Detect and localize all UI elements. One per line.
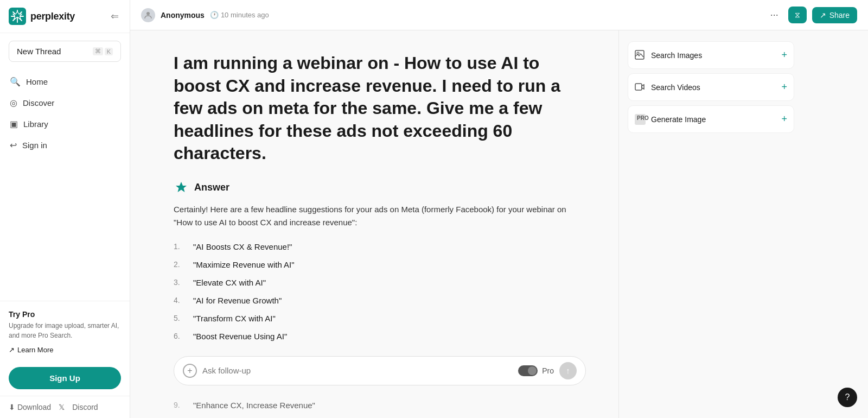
focus-icon: ⧖ (795, 10, 800, 20)
list-text: "Maximize Revenue with AI" (193, 260, 295, 269)
question-text: I am running a webinar on - How to use A… (174, 52, 586, 165)
list-num: 4. (174, 296, 187, 305)
download-link[interactable]: ⬇ Download (9, 403, 51, 411)
pro-toggle-switch[interactable] (518, 365, 538, 376)
logo-text: perplexity (30, 11, 75, 22)
user-name: Anonymous (161, 11, 205, 20)
pro-toggle: Pro (518, 365, 554, 376)
twitter-link[interactable]: 𝕏 (59, 403, 65, 411)
learn-more-arrow-icon: ↗ (9, 346, 15, 354)
share-button[interactable]: ↗ Share (812, 7, 857, 23)
list-text: "Elevate CX with AI" (193, 278, 266, 287)
search-images-panel-item[interactable]: Search Images + (628, 41, 794, 69)
search-videos-left: Search Videos (635, 82, 700, 93)
search-images-left: Search Images (635, 50, 702, 61)
list-item: 6. "Boost Revenue Using AI" (174, 327, 586, 345)
discover-label: Discover (23, 98, 54, 107)
share-arrow-icon: ↗ (820, 11, 826, 20)
more-answer-list: 9. "Enhance CX, Increase Revenue" 10. "U… (174, 396, 586, 418)
send-button[interactable]: ↑ (559, 362, 577, 379)
perplexity-logo-icon (9, 8, 26, 25)
try-pro-section: Try Pro Upgrade for image upload, smarte… (0, 301, 130, 363)
more-options-button[interactable]: ··· (766, 7, 783, 23)
list-text: "Enhance CX, Increase Revenue" (193, 401, 315, 410)
learn-more-label: Learn More (17, 346, 53, 354)
signin-label: Sign in (22, 141, 47, 150)
sidebar-header: perplexity ⇐ (0, 0, 130, 33)
followup-add-button[interactable]: + (183, 364, 197, 378)
share-label: Share (829, 11, 850, 20)
discord-link[interactable]: Discord (72, 403, 98, 411)
list-num: 6. (174, 332, 187, 340)
sidebar-nav: 🔍 Home ◎ Discover ▣ Library ↩ Sign in (0, 69, 130, 157)
answer-header: Answer (174, 180, 586, 195)
list-text: "Boost Revenue Using AI" (193, 332, 287, 341)
list-item: 2. "Maximize Revenue with AI" (174, 256, 586, 274)
user-avatar (141, 8, 155, 22)
signin-icon: ↩ (10, 140, 17, 150)
pro-toggle-label: Pro (542, 366, 554, 375)
sidebar-item-library[interactable]: ▣ Library (4, 114, 125, 134)
search-images-label: Search Images (651, 51, 702, 60)
list-item: 9. "Enhance CX, Increase Revenue" (174, 396, 586, 414)
sidebar-item-home[interactable]: 🔍 Home (4, 72, 125, 92)
home-label: Home (26, 77, 48, 86)
answer-label: Answer (194, 182, 229, 193)
search-images-plus-icon: + (781, 49, 787, 61)
followup-input[interactable] (202, 366, 513, 375)
svg-point-9 (637, 52, 639, 54)
list-item: 5. "Transform CX with AI" (174, 309, 586, 327)
generate-image-label: Generate Image (651, 115, 706, 124)
generate-image-plus-icon: + (781, 113, 787, 125)
time-ago: 🕐 10 minutes ago (210, 11, 269, 19)
answer-star-icon (174, 180, 189, 195)
svg-marker-7 (176, 182, 187, 192)
answer-section: Answer Certainly! Here are a few headlin… (174, 180, 586, 418)
sidebar-item-discover[interactable]: ◎ Discover (4, 93, 125, 113)
home-icon: 🔍 (10, 77, 21, 87)
answer-intro-text: Certainly! Here are a few headline sugge… (174, 203, 586, 229)
generate-image-panel-item[interactable]: PRO Generate Image + (628, 105, 794, 133)
main-area: Anonymous 🕐 10 minutes ago ··· ⧖ ↗ Share… (130, 0, 868, 418)
cmd-key: ⌘ (93, 47, 103, 55)
list-item: 1. "AI Boosts CX & Revenue!" (174, 238, 586, 256)
list-text: "Transform CX with AI" (193, 314, 276, 323)
answer-list: 1. "AI Boosts CX & Revenue!" 2. "Maximiz… (174, 238, 586, 345)
discover-icon: ◎ (10, 98, 17, 108)
time-ago-text: 10 minutes ago (221, 11, 269, 19)
sign-up-button[interactable]: Sign Up (9, 367, 121, 389)
followup-container: + Pro ↑ (174, 356, 586, 385)
list-item: 3. "Elevate CX with AI" (174, 274, 586, 292)
search-videos-plus-icon: + (781, 81, 787, 93)
list-num: 2. (174, 260, 187, 269)
generate-image-icon: PRO (635, 114, 646, 125)
new-thread-label: New Thread (17, 47, 61, 56)
list-num: 1. (174, 242, 187, 251)
search-videos-icon (635, 82, 646, 93)
sidebar-collapse-button[interactable]: ⇐ (108, 8, 121, 24)
search-videos-panel-item[interactable]: Search Videos + (628, 73, 794, 101)
topbar-right: ··· ⧖ ↗ Share (766, 7, 857, 23)
list-num: 9. (174, 401, 187, 409)
topbar: Anonymous 🕐 10 minutes ago ··· ⧖ ↗ Share (130, 0, 868, 30)
list-text: "AI Boosts CX & Revenue!" (193, 242, 292, 251)
logo: perplexity (9, 8, 75, 25)
svg-point-6 (146, 12, 150, 15)
learn-more-button[interactable]: ↗ Learn More (9, 346, 53, 354)
generate-image-left: PRO Generate Image (635, 114, 706, 125)
sidebar-footer: ⬇ Download 𝕏 Discord (0, 396, 130, 418)
chat-content: I am running a webinar on - How to use A… (130, 30, 618, 418)
focus-button[interactable]: ⧖ (788, 7, 807, 23)
library-label: Library (23, 119, 48, 129)
right-panel: Search Images + Search Videos + PRO Gene… (618, 30, 803, 418)
library-icon: ▣ (10, 119, 18, 129)
svg-rect-10 (635, 84, 642, 90)
help-button[interactable]: ? (838, 388, 857, 407)
sidebar: perplexity ⇐ New Thread ⌘ K 🔍 Home ◎ Dis… (0, 0, 130, 418)
sidebar-item-signin[interactable]: ↩ Sign in (4, 135, 125, 155)
content-area: I am running a webinar on - How to use A… (130, 30, 868, 418)
search-images-icon (635, 50, 646, 61)
clock-icon: 🕐 (210, 11, 219, 19)
new-thread-button[interactable]: New Thread ⌘ K (9, 41, 121, 62)
try-pro-title: Try Pro (9, 310, 121, 319)
